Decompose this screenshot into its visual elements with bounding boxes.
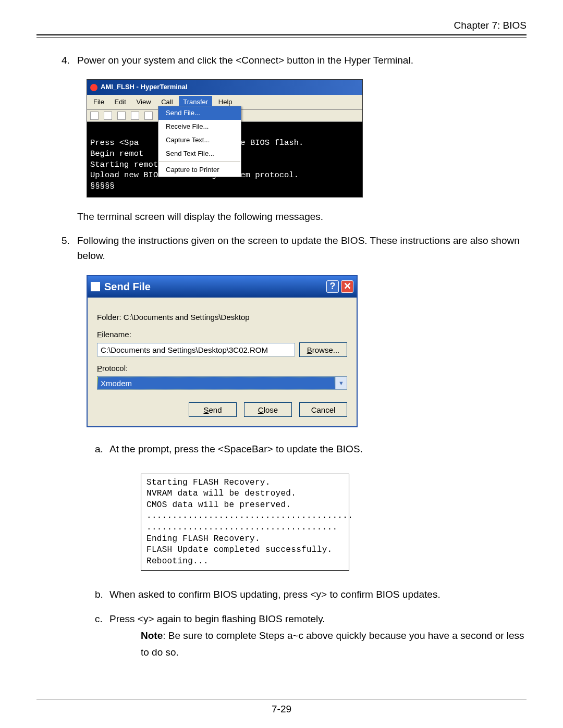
step-5-num: 5.: [62, 233, 70, 248]
chapter-header: Chapter 7: BIOS: [36, 20, 527, 34]
substep-c-text: Press <y> again to begin flashing BIOS r…: [109, 613, 325, 624]
substep-b: b. When asked to confirm BIOS updating, …: [95, 586, 527, 603]
dialog-title: Send File: [104, 279, 151, 295]
step-4-num: 4.: [62, 53, 70, 68]
close-dialog-button[interactable]: Close: [244, 402, 292, 417]
send-button[interactable]: Send: [189, 402, 237, 417]
window-title: AMI_FLSH - HyperTerminal: [101, 82, 188, 92]
flash-recovery-output: Starting FLASH Recovery. NVRAM data will…: [141, 474, 349, 571]
close-button[interactable]: ✕: [341, 280, 353, 293]
menu-file[interactable]: File: [89, 96, 108, 108]
help-button[interactable]: ?: [326, 280, 339, 293]
step-5: 5. Following the instructions given on t…: [62, 233, 527, 661]
menu-item-receive-file[interactable]: Receive File...: [158, 120, 241, 133]
dialog-icon: [91, 282, 100, 291]
menu-item-capture-text[interactable]: Capture Text...: [158, 133, 241, 147]
send-file-dialog: Send File ? ✕ Folder: C:\Documents and S…: [87, 275, 358, 428]
toolbar-new-icon[interactable]: [90, 112, 99, 120]
substep-a: a. At the prompt, press the <SpaceBar> t…: [95, 441, 527, 571]
protocol-value: Xmodem: [97, 377, 335, 389]
substep-b-letter: b.: [95, 586, 103, 603]
hyperterminal-titlebar: AMI_FLSH - HyperTerminal: [87, 80, 362, 94]
substep-a-letter: a.: [95, 441, 103, 458]
browse-button[interactable]: Browse...: [299, 342, 347, 357]
toolbar-properties-icon[interactable]: [144, 112, 153, 120]
transfer-dropdown: Send File... Receive File... Capture Tex…: [158, 106, 241, 178]
menu-item-send-file[interactable]: Send File...: [158, 106, 241, 120]
note-label: Note: [141, 630, 163, 641]
step-4-after: The terminal screen will display the fol…: [77, 209, 527, 224]
folder-label: Folder: C:\Documents and Settings\Deskto…: [97, 311, 347, 323]
step-5-text: Following the instructions given on the …: [77, 235, 520, 261]
menu-item-capture-to-printer[interactable]: Capture to Printer: [158, 163, 241, 177]
menu-separator: [159, 162, 240, 162]
filename-label: Filename:: [97, 328, 347, 340]
note: Note: Be sure to complete Steps a~c abov…: [109, 627, 527, 661]
send-file-titlebar: Send File ? ✕: [88, 276, 357, 298]
footer-rule: [36, 699, 527, 699]
hyperterminal-window: AMI_FLSH - HyperTerminal File Edit View …: [87, 79, 363, 198]
toolbar-connect-icon[interactable]: [117, 112, 126, 120]
step-4: 4. Power on your system and click the <C…: [62, 53, 527, 225]
menu-item-send-text-file[interactable]: Send Text File...: [158, 147, 241, 161]
substep-c: c. Press <y> again to begin flashing BIO…: [95, 611, 527, 661]
menubar: File Edit View Call Transfer Help Send F…: [87, 95, 362, 110]
substep-c-letter: c.: [95, 611, 103, 627]
chevron-down-icon[interactable]: ▼: [335, 377, 347, 389]
app-icon: [90, 84, 97, 91]
toolbar-open-icon[interactable]: [104, 112, 112, 120]
substep-b-text: When asked to confirm BIOS updating, pre…: [109, 589, 440, 600]
menu-view[interactable]: View: [132, 96, 155, 108]
menu-edit[interactable]: Edit: [111, 96, 130, 108]
substep-a-text: At the prompt, press the <SpaceBar> to u…: [109, 443, 363, 454]
protocol-select[interactable]: Xmodem ▼: [97, 376, 347, 390]
step-4-text: Power on your system and click the <Conn…: [77, 55, 413, 66]
protocol-label: Protocol:: [97, 362, 347, 374]
toolbar-disconnect-icon[interactable]: [131, 112, 139, 120]
filename-input[interactable]: [97, 343, 295, 356]
cancel-button[interactable]: Cancel: [299, 402, 347, 417]
header-rule: [36, 34, 527, 38]
page-number: 7-29: [0, 704, 563, 727]
note-text: : Be sure to complete Steps a~c above qu…: [141, 630, 524, 658]
